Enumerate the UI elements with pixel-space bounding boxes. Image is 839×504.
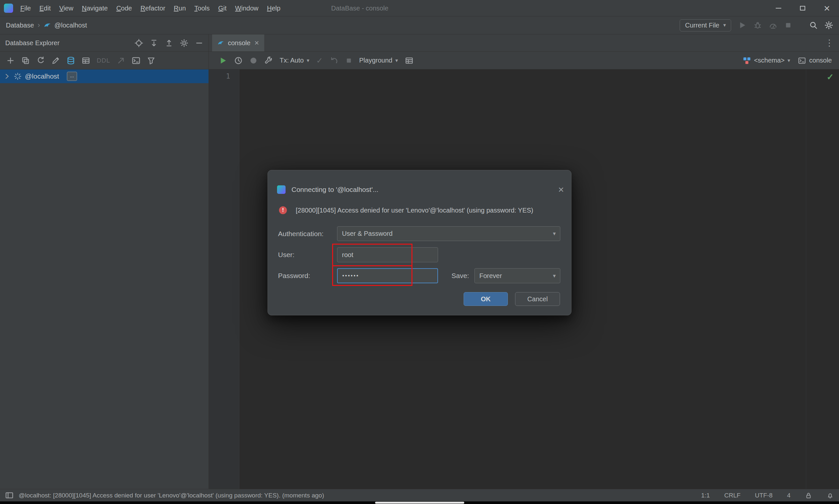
navbar-actions: Current File ▾ <box>680 19 833 32</box>
database-explorer-panel: Database Explorer <box>0 34 209 489</box>
save-select[interactable]: Forever ▾ <box>475 268 560 283</box>
console-session-label: console <box>809 57 832 64</box>
breadcrumb-database[interactable]: Database <box>6 22 34 29</box>
breadcrumb-separator-icon: › <box>38 21 40 30</box>
tab-close-icon[interactable]: × <box>254 39 259 47</box>
ok-button[interactable]: OK <box>464 292 508 306</box>
breadcrumb-localhost[interactable]: @localhost <box>54 22 87 29</box>
expand-chevron-icon[interactable] <box>3 73 11 80</box>
menu-refactor[interactable]: Refactor <box>136 0 169 16</box>
close-window-button[interactable]: × <box>815 0 839 16</box>
menu-navigate[interactable]: Navigate <box>78 0 112 16</box>
run-config-selector[interactable]: Current File ▾ <box>680 19 731 32</box>
ide-window: File Edit View Navigate Code Refactor Ru… <box>0 0 839 504</box>
datasource-properties-icon[interactable] <box>67 56 75 65</box>
right-margin-guide <box>806 69 806 489</box>
explorer-toolbar: DDL <box>0 52 208 69</box>
schema-label: <schema> <box>754 57 785 64</box>
dialog-app-icon <box>277 185 286 194</box>
password-label: Password: <box>278 268 310 283</box>
menu-view[interactable]: View <box>55 0 78 16</box>
menu-tools[interactable]: Tools <box>190 0 214 16</box>
view-as-table-icon[interactable] <box>405 56 413 65</box>
jump-to-ddl-icon[interactable] <box>117 56 125 65</box>
minimize-icon <box>776 8 781 8</box>
console-file-icon <box>217 39 225 47</box>
table-icon[interactable] <box>82 56 90 65</box>
main-menu: File Edit View Navigate Code Refactor Ru… <box>16 0 284 16</box>
stop-session-icon[interactable] <box>250 57 257 65</box>
select-opened-item-icon[interactable] <box>135 39 143 47</box>
panel-settings-gear-icon[interactable] <box>180 39 188 47</box>
authentication-label: Authentication: <box>278 226 324 241</box>
chevron-down-icon: ▾ <box>553 273 556 279</box>
playground-selector[interactable]: Playground ▾ <box>359 57 398 64</box>
menu-code[interactable]: Code <box>113 0 136 16</box>
tool-window-layout-icon[interactable] <box>5 491 14 500</box>
search-icon[interactable] <box>809 21 818 30</box>
minimize-button[interactable] <box>766 0 790 16</box>
execute-icon[interactable] <box>219 56 227 65</box>
line-separator-widget[interactable]: CRLF <box>724 492 741 499</box>
settings-wrench-icon[interactable] <box>264 56 273 65</box>
run-icon[interactable] <box>738 21 747 30</box>
readonly-lock-icon[interactable] <box>805 492 812 499</box>
menu-git[interactable]: Git <box>215 0 231 16</box>
ddl-label[interactable]: DDL <box>97 57 110 64</box>
query-history-icon[interactable] <box>234 56 243 65</box>
cancel-button[interactable]: Cancel <box>515 292 560 306</box>
menu-window[interactable]: Window <box>231 0 262 16</box>
duplicate-icon[interactable] <box>21 56 30 65</box>
collapse-all-icon[interactable] <box>165 39 173 47</box>
menu-file[interactable]: File <box>16 0 35 16</box>
indent-widget[interactable]: 4 <box>787 492 790 499</box>
more-options-icon[interactable]: ⋮ <box>825 38 834 48</box>
cancel-query-icon[interactable] <box>345 57 353 64</box>
tree-item-badge[interactable]: ... <box>67 72 77 81</box>
datasource-icon <box>44 21 51 29</box>
password-input[interactable] <box>337 268 438 283</box>
inspection-ok-icon[interactable]: ✓ <box>826 72 834 82</box>
caret-position-widget[interactable]: 1:1 <box>701 492 710 499</box>
schema-selector[interactable]: <schema> ▾ <box>754 57 790 64</box>
menu-help[interactable]: Help <box>263 0 284 16</box>
window-controls: × <box>766 0 839 16</box>
app-logo-icon <box>4 4 13 13</box>
maximize-button[interactable] <box>790 0 815 16</box>
refresh-icon[interactable] <box>36 56 45 65</box>
settings-gear-icon[interactable] <box>825 21 833 30</box>
explorer-title: Database Explorer <box>5 39 60 47</box>
status-message[interactable]: @localhost: [28000][1045] Access denied … <box>19 492 324 499</box>
notifications-bell-icon[interactable] <box>826 492 834 499</box>
dialog-close-icon[interactable]: × <box>558 185 564 195</box>
rollback-icon[interactable] <box>330 56 338 65</box>
encoding-widget[interactable]: UTF-8 <box>755 492 773 499</box>
explorer-header: Database Explorer <box>0 34 208 52</box>
open-console-icon[interactable] <box>132 56 140 65</box>
menu-edit[interactable]: Edit <box>35 0 54 16</box>
status-widgets: 1:1 CRLF UTF-8 4 <box>701 492 834 499</box>
dialog-titlebar: Connecting to '@localhost'... × <box>277 182 564 197</box>
authentication-select[interactable]: User & Password ▾ <box>337 226 560 241</box>
tree-item-localhost[interactable]: @localhost ... <box>0 69 208 83</box>
add-datasource-icon[interactable] <box>6 56 15 65</box>
debug-bug-icon[interactable] <box>753 21 762 30</box>
user-label: User: <box>278 247 294 262</box>
menu-run[interactable]: Run <box>170 0 190 16</box>
stop-icon[interactable] <box>784 21 792 29</box>
expand-all-icon[interactable] <box>150 39 158 47</box>
run-config-label: Current File <box>685 22 719 29</box>
hide-panel-icon[interactable] <box>195 39 203 47</box>
dialog-title: Connecting to '@localhost'... <box>291 186 378 194</box>
tab-console[interactable]: console × <box>212 34 264 51</box>
chevron-down-icon: ▾ <box>788 58 790 63</box>
user-input[interactable] <box>337 247 438 262</box>
console-session-selector[interactable]: console <box>809 57 832 64</box>
tx-mode-selector[interactable]: Tx: Auto ▾ <box>280 57 309 64</box>
datasource-tree: @localhost ... <box>0 69 208 489</box>
tx-mode-label: Tx: Auto <box>280 57 304 64</box>
profiler-icon[interactable] <box>769 21 777 30</box>
commit-icon[interactable]: ✓ <box>316 56 323 65</box>
edit-source-icon[interactable] <box>51 56 60 65</box>
filter-icon[interactable] <box>147 56 155 65</box>
